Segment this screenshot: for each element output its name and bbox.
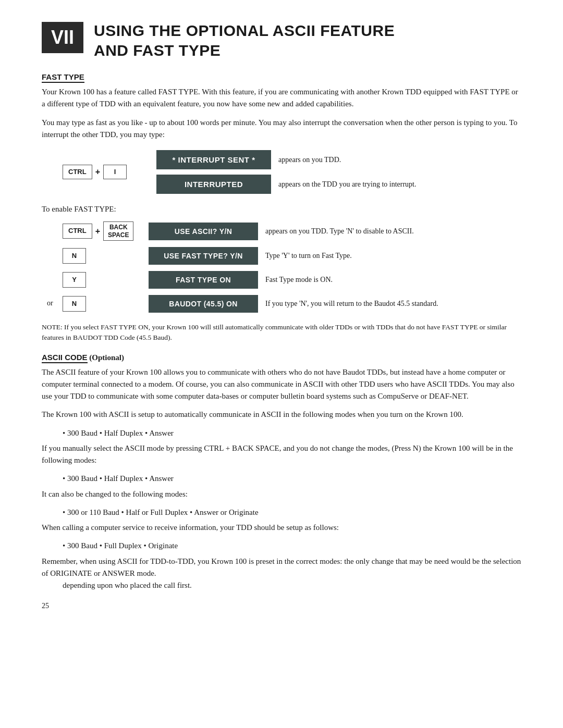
interrupt-area: CTRL + I * INTERRUPT SENT * appears on y…: [63, 150, 521, 194]
n-key-group-2: N: [63, 296, 149, 312]
baudot-label: BAUDOT (45.5) ON: [149, 295, 258, 313]
use-ascii-label: USE ASCII? Y/N: [149, 223, 258, 240]
note-para: NOTE: If you select FAST TYPE ON, your K…: [42, 322, 521, 343]
enable-fast-type-area: CTRL + BACKSPACE USE ASCII? Y/N appears …: [63, 221, 521, 313]
baudot-row: N BAUDOT (45.5) ON If you type 'N', you …: [63, 295, 521, 313]
ascii-bullet3: • 300 or 110 Baud • Half or Full Duplex …: [63, 507, 521, 519]
ascii-para3: If you manually select the ASCII mode by…: [42, 442, 521, 467]
interrupt-key-row: CTRL + I * INTERRUPT SENT * appears on y…: [63, 150, 521, 194]
fast-type-on-label: FAST TYPE ON: [149, 271, 258, 289]
ctrl-backspace-keys: CTRL + BACKSPACE: [63, 221, 149, 241]
chapter-number: VII: [42, 22, 83, 53]
fast-type-on-row: Y FAST TYPE ON Fast Type mode is ON.: [63, 271, 521, 289]
baudot-desc: If you type 'N', you will return to the …: [265, 299, 521, 309]
fast-type-para1: Your Krown 100 has a feature called FAST…: [42, 86, 521, 110]
ctrl-key-2: CTRL: [63, 224, 92, 239]
page-number: 25: [42, 602, 521, 610]
ascii-para6b: depending upon who placed the call first…: [63, 579, 192, 591]
fast-type-para2: You may type as fast as you like - up to…: [42, 117, 521, 141]
page-header: VII USING THE OPTIONAL ASCII FEATURE AND…: [42, 21, 521, 60]
ascii-bullet2: • 300 Baud • Half Duplex • Answer: [63, 473, 521, 485]
ascii-para4: It can also be changed to the following …: [42, 488, 521, 500]
fast-type-heading: FAST TYPE: [42, 72, 84, 83]
ascii-para5: When calling a computer service to recei…: [42, 522, 521, 534]
use-ascii-desc: appears on you TDD. Type 'N' to disable …: [265, 226, 521, 237]
ctrl-key: CTRL: [63, 165, 92, 180]
use-fast-type-label: USE FAST TYPE? Y/N: [149, 247, 258, 265]
ascii-para1: The ASCII feature of your Krown 100 allo…: [42, 366, 521, 403]
n-key-group: N: [63, 248, 149, 264]
plus-sign-2: +: [95, 227, 100, 236]
interrupt-sent-desc: appears on you TDD.: [278, 155, 341, 165]
fast-type-row: N USE FAST TYPE? Y/N Type 'Y' to turn on…: [63, 247, 521, 265]
n-key-1: N: [63, 248, 86, 264]
y-key: Y: [63, 272, 86, 288]
chapter-title: USING THE OPTIONAL ASCII FEATURE AND FAS…: [94, 21, 395, 60]
or-label: or: [47, 299, 53, 307]
ascii-heading-container: ASCII CODE (Optional): [42, 353, 521, 366]
interrupt-keys: CTRL + I: [63, 165, 146, 180]
interrupt-sent-label: * INTERRUPT SENT *: [156, 150, 271, 169]
ascii-heading-suffix: (Optional): [88, 353, 124, 362]
backspace-key: BACKSPACE: [103, 221, 133, 241]
ascii-row: CTRL + BACKSPACE USE ASCII? Y/N appears …: [63, 221, 521, 241]
ascii-bullet1: • 300 Baud • Half Duplex • Answer: [63, 427, 521, 439]
use-fast-type-desc: Type 'Y' to turn on Fast Type.: [265, 251, 521, 261]
ascii-section: ASCII CODE (Optional) The ASCII feature …: [42, 353, 521, 592]
i-key: I: [103, 165, 127, 180]
fast-type-on-desc: Fast Type mode is ON.: [265, 275, 521, 285]
n-key-2: N: [63, 296, 86, 312]
plus-sign-1: +: [95, 167, 100, 177]
ascii-para6: Remember, when using ASCII for TDD-to-TD…: [42, 556, 521, 592]
interrupted-label: INTERRUPTED: [156, 175, 271, 194]
y-key-group: Y: [63, 272, 149, 288]
ascii-bullet4: • 300 Baud • Full Duplex • Originate: [63, 540, 521, 552]
interrupted-desc: appears on the TDD you are trying to int…: [278, 179, 417, 190]
ascii-para2: The Krown 100 with ASCII is setup to aut…: [42, 409, 521, 421]
enable-text: To enable FAST TYPE:: [42, 203, 521, 215]
ascii-heading: ASCII CODE: [42, 353, 88, 363]
fast-type-section: FAST TYPE Your Krown 100 has a feature c…: [42, 72, 521, 343]
